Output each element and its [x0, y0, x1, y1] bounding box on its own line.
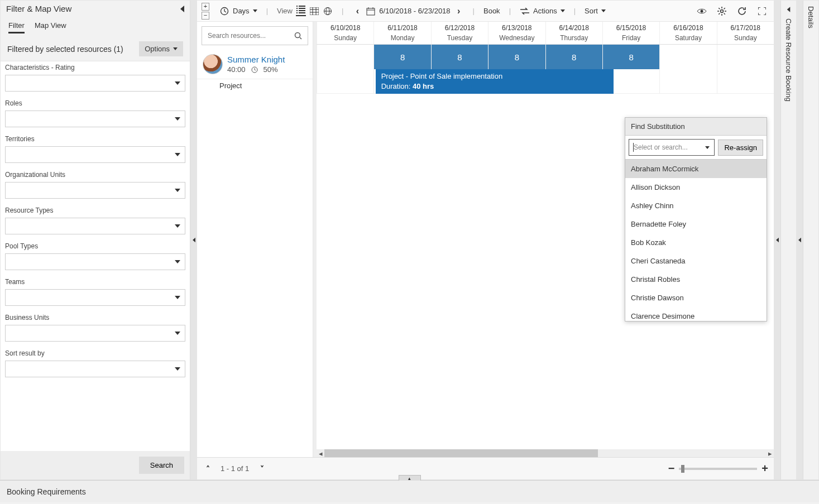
substitution-list[interactable]: Abraham McCormickAllison DicksonAshley C…: [625, 159, 767, 321]
calendar-cell[interactable]: [659, 69, 716, 94]
filter-select[interactable]: [5, 111, 185, 127]
resource-name[interactable]: Summer Knight: [227, 55, 285, 64]
create-booking-rail[interactable]: Create Resource Booking: [780, 1, 796, 479]
chevron-down-icon: [601, 9, 606, 12]
days-dropdown[interactable]: Days: [233, 7, 250, 15]
calendar-icon[interactable]: [366, 6, 376, 16]
left-resize-grip[interactable]: [190, 1, 197, 479]
chevron-down-icon: [173, 47, 178, 50]
calendar-day-header: 6/15/2018Friday: [602, 22, 659, 44]
prev-range-icon[interactable]: ‹: [352, 6, 362, 16]
calendar-cell[interactable]: 8: [373, 45, 430, 69]
gear-icon[interactable]: [717, 6, 727, 16]
calendar-cell[interactable]: 8: [431, 45, 488, 69]
calendar-cell[interactable]: [717, 69, 774, 94]
toolbar: + − Days | View: [197, 1, 774, 22]
filter-label: Business Units: [5, 314, 185, 321]
clock-icon: [251, 66, 258, 73]
clock-icon: [219, 6, 229, 16]
details-rail[interactable]: Details: [803, 1, 818, 479]
filter-select[interactable]: [5, 361, 185, 377]
filter-label: Pool Types: [5, 242, 185, 250]
filter-select[interactable]: [5, 289, 185, 306]
pager-up-icon[interactable]: ˄: [203, 464, 213, 474]
resource-search[interactable]: [202, 26, 308, 45]
calendar-cell[interactable]: 8: [488, 45, 545, 69]
expand-bottom-icon[interactable]: ▴: [399, 475, 421, 481]
tab-map-view[interactable]: Map View: [35, 19, 66, 33]
collapse-all-button[interactable]: −: [202, 12, 209, 20]
pager-down-icon[interactable]: ˅: [257, 464, 267, 474]
calendar-day-header: 6/17/2018Sunday: [717, 22, 774, 44]
substitution-option[interactable]: Abraham McCormick: [625, 160, 767, 178]
view-label: View: [277, 7, 293, 15]
grid-view-icon[interactable]: [309, 6, 319, 16]
filter-panel: Filter & Map View Filter Map View Filter…: [1, 1, 190, 479]
next-range-icon[interactable]: ›: [454, 6, 464, 16]
filter-select[interactable]: [5, 218, 185, 234]
substitution-option[interactable]: Ashley Chinn: [625, 196, 767, 215]
zoom-slider[interactable]: [679, 468, 757, 470]
refresh-icon[interactable]: [737, 6, 747, 16]
project-bar[interactable]: Project - Point of Sale implementation D…: [376, 69, 614, 94]
substitution-option[interactable]: Bernadette Foley: [625, 215, 767, 233]
chevron-down-icon: [253, 9, 257, 12]
globe-view-icon[interactable]: [323, 6, 333, 16]
zoom-in-button[interactable]: +: [761, 462, 768, 475]
expand-all-button[interactable]: +: [202, 3, 209, 11]
reassign-button[interactable]: Re-assign: [718, 140, 763, 156]
right-resize-grip[interactable]: [774, 1, 780, 479]
sort-dropdown[interactable]: Sort: [585, 7, 598, 15]
search-button[interactable]: Search: [139, 457, 184, 474]
capacity-badge: 8: [374, 45, 430, 69]
filter-select[interactable]: [5, 325, 185, 342]
filter-select[interactable]: [5, 182, 185, 199]
schedule-board: + − Days | View: [197, 1, 774, 479]
resource-row[interactable]: Summer Knight 40:00 50%: [197, 50, 313, 79]
collapse-left-icon[interactable]: [180, 6, 184, 12]
eye-icon[interactable]: [697, 6, 707, 16]
calendar-day-header: 6/14/2018Thursday: [545, 22, 602, 44]
chevron-down-icon: [175, 224, 180, 228]
search-icon[interactable]: [293, 31, 303, 41]
fullscreen-icon[interactable]: [757, 6, 767, 16]
bottom-panel-title: Booking Requirements: [7, 487, 86, 496]
capacity-badge: 8: [432, 45, 488, 69]
filter-select[interactable]: [5, 146, 185, 163]
calendar-cell[interactable]: 8: [602, 45, 659, 69]
calendar-cell[interactable]: [659, 45, 716, 69]
list-view-icon[interactable]: [296, 6, 306, 16]
pager-text: 1 - 1 of 1: [221, 464, 249, 473]
actions-dropdown[interactable]: Actions: [533, 7, 557, 15]
options-button[interactable]: Options: [139, 41, 183, 56]
date-range[interactable]: 6/10/2018 - 6/23/2018: [379, 7, 450, 15]
calendar-grid: 6/10/2018Sunday6/11/2018Monday6/12/2018T…: [317, 22, 774, 457]
calendar-day-header: 6/13/2018Wednesday: [488, 22, 545, 44]
substitution-option[interactable]: Bob Kozak: [625, 233, 767, 252]
substitution-select[interactable]: Select or search...: [629, 139, 715, 156]
zoom-out-button[interactable]: −: [668, 462, 675, 475]
book-button[interactable]: Book: [483, 7, 500, 15]
substitution-option[interactable]: Clarence Desimone: [625, 307, 767, 321]
tab-filter[interactable]: Filter: [8, 19, 25, 33]
zoom-control[interactable]: − +: [668, 462, 768, 475]
bottom-panel: ▴ Booking Requirements: [0, 480, 819, 502]
filter-label: Sort result by: [5, 349, 185, 357]
filter-label: Organizational Units: [5, 171, 185, 179]
calendar-cell[interactable]: [317, 69, 373, 94]
swap-icon: [520, 6, 530, 16]
substitution-option[interactable]: Cheri Castaneda: [625, 252, 767, 270]
chevron-down-icon: [175, 81, 180, 85]
filter-select[interactable]: [5, 75, 185, 92]
right-resize-grip-2[interactable]: [796, 1, 803, 479]
substitution-option[interactable]: Allison Dickson: [625, 178, 767, 196]
substitution-option[interactable]: Christal Robles: [625, 270, 767, 289]
substitution-option[interactable]: Christie Dawson: [625, 289, 767, 307]
calendar-hscrollbar[interactable]: ◂ ▸: [317, 449, 774, 457]
calendar-cell[interactable]: [317, 45, 373, 69]
search-input[interactable]: [207, 31, 293, 40]
calendar-cell[interactable]: [717, 45, 774, 69]
filter-select[interactable]: [5, 253, 185, 270]
calendar-cell[interactable]: 8: [545, 45, 602, 69]
chevron-down-icon: [705, 146, 710, 149]
